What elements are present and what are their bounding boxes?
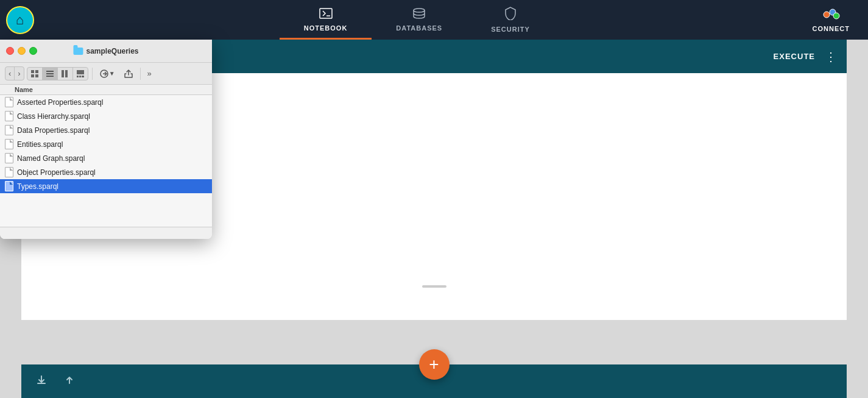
svg-rect-14 bbox=[62, 70, 64, 77]
file-name: Object Properties.sparql bbox=[17, 168, 96, 177]
share-button[interactable] bbox=[121, 67, 136, 80]
tab-security-label: SECURITY bbox=[491, 26, 530, 33]
file-icon bbox=[5, 97, 13, 107]
forward-button[interactable]: › bbox=[15, 67, 23, 80]
nav-buttons: ‹ › bbox=[5, 66, 24, 80]
svg-point-2 bbox=[414, 9, 425, 12]
file-icon bbox=[5, 125, 13, 135]
execute-button[interactable]: EXECUTE bbox=[774, 52, 815, 61]
house-icon: ⌂ bbox=[16, 12, 24, 28]
traffic-lights bbox=[6, 47, 37, 55]
file-icon bbox=[5, 167, 13, 177]
toolbar-separator-2 bbox=[140, 68, 141, 80]
file-name-selected: Types.sparql bbox=[17, 182, 58, 191]
svg-rect-7 bbox=[31, 70, 34, 73]
svg-rect-8 bbox=[35, 70, 38, 73]
tab-databases[interactable]: DATABASES bbox=[372, 0, 467, 40]
svg-rect-16 bbox=[77, 70, 84, 74]
list-item-selected[interactable]: Types.sparql bbox=[0, 179, 212, 193]
column-view-button[interactable] bbox=[58, 68, 73, 80]
security-icon bbox=[504, 7, 517, 23]
top-nav: ⌂ NOTEBOOK DATABASES bbox=[0, 0, 868, 40]
file-name: Class Hierarchy.sparql bbox=[17, 112, 90, 121]
file-icon bbox=[5, 111, 13, 121]
col-header-name: Name bbox=[0, 85, 212, 95]
nav-tabs: NOTEBOOK DATABASES SECURITY bbox=[40, 0, 794, 40]
up-button[interactable] bbox=[62, 372, 77, 391]
svg-rect-17 bbox=[77, 76, 79, 77]
finder-toolbar: ‹ › bbox=[0, 63, 212, 85]
notebook-icon bbox=[319, 8, 333, 22]
minimize-button[interactable] bbox=[18, 47, 26, 55]
action-button[interactable]: ▼ bbox=[96, 67, 118, 80]
finder-footer bbox=[0, 227, 212, 239]
finder-title: sampleQueries bbox=[73, 47, 138, 55]
file-icon-selected bbox=[5, 181, 13, 191]
app-logo[interactable]: ⌂ bbox=[0, 0, 40, 40]
download-button[interactable] bbox=[34, 372, 49, 391]
list-item[interactable]: Named Graph.sparql bbox=[0, 151, 212, 165]
file-icon bbox=[5, 139, 13, 149]
tab-notebook-label: NOTEBOOK bbox=[304, 24, 348, 32]
maximize-button[interactable] bbox=[29, 47, 37, 55]
databases-icon bbox=[412, 8, 426, 22]
tab-notebook[interactable]: NOTEBOOK bbox=[280, 0, 372, 40]
file-name: Entities.sparql bbox=[17, 140, 63, 149]
more-options-button[interactable]: ⋮ bbox=[825, 51, 837, 63]
file-icon bbox=[5, 153, 13, 163]
list-view-button[interactable] bbox=[43, 68, 58, 80]
list-item[interactable]: Data Properties.sparql bbox=[0, 123, 212, 137]
finder-titlebar: sampleQueries bbox=[0, 40, 212, 63]
finder-window: sampleQueries ‹ › bbox=[0, 40, 212, 239]
view-buttons bbox=[27, 67, 88, 80]
add-fab-button[interactable]: + bbox=[419, 349, 450, 380]
back-button[interactable]: ‹ bbox=[5, 67, 15, 80]
toolbar-separator bbox=[92, 68, 93, 80]
svg-rect-18 bbox=[79, 76, 81, 77]
connect-icon bbox=[822, 8, 840, 23]
tab-security[interactable]: SECURITY bbox=[467, 0, 554, 40]
tab-databases-label: DATABASES bbox=[396, 24, 442, 32]
gallery-view-button[interactable] bbox=[73, 68, 88, 80]
finder-title-text: sampleQueries bbox=[86, 47, 138, 55]
svg-rect-10 bbox=[35, 74, 38, 77]
close-button[interactable] bbox=[6, 47, 14, 55]
icon-view-button[interactable] bbox=[27, 68, 43, 80]
file-name: Data Properties.sparql bbox=[17, 126, 90, 135]
file-list: Asserted Properties.sparql Class Hierarc… bbox=[0, 95, 212, 193]
file-name: Named Graph.sparql bbox=[17, 154, 85, 163]
finder-empty-space bbox=[0, 193, 212, 227]
nav-connect[interactable]: CONNECT bbox=[794, 8, 868, 32]
list-item[interactable]: Asserted Properties.sparql bbox=[0, 95, 212, 109]
folder-icon bbox=[73, 48, 83, 55]
file-name: Asserted Properties.sparql bbox=[17, 98, 103, 107]
logo-circle: ⌂ bbox=[6, 6, 34, 34]
svg-point-3 bbox=[824, 12, 830, 18]
divider-handle[interactable] bbox=[422, 285, 446, 288]
connect-label: CONNECT bbox=[813, 25, 850, 32]
more-finder-button[interactable]: » bbox=[144, 67, 155, 80]
list-item[interactable]: Entities.sparql bbox=[0, 137, 212, 151]
list-item[interactable]: Class Hierarchy.sparql bbox=[0, 109, 212, 123]
list-item[interactable]: Object Properties.sparql bbox=[0, 165, 212, 179]
svg-rect-19 bbox=[82, 76, 84, 77]
main-content: EXECUTE ⋮ bbox=[0, 40, 868, 398]
svg-rect-15 bbox=[65, 70, 68, 77]
svg-point-5 bbox=[833, 13, 839, 19]
svg-rect-9 bbox=[31, 74, 34, 77]
